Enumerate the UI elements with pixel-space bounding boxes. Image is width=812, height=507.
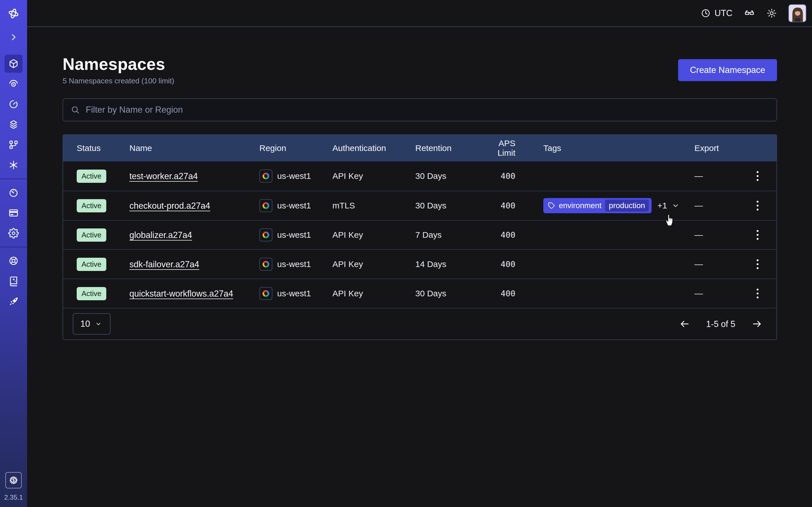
credits-button[interactable]: $ bbox=[5, 472, 22, 489]
timer-icon bbox=[8, 99, 19, 110]
row-menu-button[interactable] bbox=[753, 168, 762, 184]
status-badge: Active bbox=[77, 228, 106, 242]
kebab-icon bbox=[756, 259, 759, 270]
export-value: — bbox=[695, 171, 752, 181]
retention-value: 14 Days bbox=[415, 260, 480, 269]
page-size-select[interactable]: 10 bbox=[73, 313, 110, 335]
eye-spiral-icon bbox=[8, 78, 19, 89]
tag-key: environment bbox=[559, 201, 601, 210]
namespace-link[interactable]: globalizer.a27a4 bbox=[130, 230, 192, 240]
page-title: Namespaces bbox=[63, 55, 174, 74]
sidebar-item-insights[interactable] bbox=[4, 75, 22, 93]
book-sparkle-icon bbox=[8, 276, 19, 286]
rocket-icon bbox=[8, 296, 19, 307]
namespace-link[interactable]: quickstart-workflows.a27a4 bbox=[130, 289, 233, 298]
asterisk-icon bbox=[8, 160, 19, 170]
page-size-value: 10 bbox=[80, 319, 90, 329]
glasses-icon bbox=[744, 8, 755, 19]
namespace-link[interactable]: checkout-prod.a27a4 bbox=[130, 201, 210, 210]
google-cloud-icon bbox=[259, 170, 272, 182]
col-export: Export bbox=[695, 144, 752, 153]
google-cloud-icon bbox=[259, 258, 272, 271]
table-row: Active sdk-failover.a27a4 us-west1 API K… bbox=[63, 249, 776, 279]
pagination-range: 1-5 of 5 bbox=[706, 319, 735, 329]
aps-limit-value: 400 bbox=[501, 289, 515, 298]
status-badge: Active bbox=[77, 258, 106, 271]
cube-icon bbox=[8, 58, 19, 69]
google-cloud-icon bbox=[259, 287, 272, 300]
region-label: us-west1 bbox=[277, 171, 311, 181]
search-icon bbox=[70, 105, 80, 115]
row-menu-button[interactable] bbox=[753, 285, 762, 302]
temporal-logo-icon[interactable] bbox=[0, 0, 27, 27]
google-cloud-icon bbox=[259, 199, 272, 212]
table-row: Active globalizer.a27a4 us-west1 API Key… bbox=[63, 220, 776, 249]
retention-value: 7 Days bbox=[415, 230, 480, 240]
table-row: Active test-worker.a27a4 us-west1 API Ke… bbox=[63, 161, 776, 191]
row-menu-button[interactable] bbox=[753, 256, 762, 273]
table-body: Active test-worker.a27a4 us-west1 API Ke… bbox=[63, 161, 776, 308]
sidebar-item-usage[interactable] bbox=[4, 184, 22, 202]
labs-toggle-button[interactable] bbox=[744, 8, 755, 19]
auth-method: API Key bbox=[333, 171, 415, 181]
sidebar-expand-button[interactable] bbox=[4, 28, 22, 46]
region-label: us-west1 bbox=[277, 289, 311, 298]
col-authentication: Authentication bbox=[333, 144, 415, 153]
timezone-button[interactable]: UTC bbox=[701, 8, 732, 18]
arrow-right-icon bbox=[752, 319, 762, 329]
namespace-count: 5 Namespaces created (100 limit) bbox=[63, 76, 174, 86]
sidebar-item-support[interactable] bbox=[4, 252, 22, 270]
sidebar-item-docs[interactable] bbox=[4, 272, 22, 290]
col-aps-limit: APS Limit bbox=[480, 138, 515, 158]
row-menu-button[interactable] bbox=[753, 226, 762, 243]
status-badge: Active bbox=[77, 199, 106, 212]
filter-input[interactable] bbox=[86, 105, 769, 115]
kebab-icon bbox=[756, 288, 759, 299]
region-label: us-west1 bbox=[277, 201, 311, 210]
create-namespace-button[interactable]: Create Namespace bbox=[678, 59, 777, 81]
retention-value: 30 Days bbox=[415, 201, 480, 210]
branch-icon bbox=[8, 139, 19, 150]
sidebar-item-settings[interactable] bbox=[4, 224, 22, 242]
sidebar-item-nexus[interactable] bbox=[4, 156, 22, 174]
aps-limit-value: 400 bbox=[501, 171, 515, 181]
namespace-link[interactable]: sdk-failover.a27a4 bbox=[130, 260, 199, 269]
export-value: — bbox=[695, 230, 752, 240]
avatar[interactable] bbox=[788, 4, 806, 22]
sidebar-item-billing[interactable] bbox=[4, 204, 22, 222]
aps-limit-value: 400 bbox=[501, 201, 515, 210]
prev-page-button[interactable] bbox=[678, 318, 691, 330]
google-cloud-icon bbox=[259, 228, 272, 241]
aps-limit-value: 400 bbox=[501, 230, 515, 240]
table-row: Active checkout-prod.a27a4 us-west1 mTLS… bbox=[63, 191, 776, 220]
col-tags: Tags bbox=[515, 144, 695, 153]
auth-method: API Key bbox=[333, 230, 415, 240]
retention-value: 30 Days bbox=[415, 289, 480, 298]
topbar: UTC bbox=[27, 0, 812, 27]
auth-method: mTLS bbox=[333, 201, 415, 210]
sidebar: $ 2.35.1 bbox=[0, 0, 27, 507]
sidebar-item-batch-operations[interactable] bbox=[4, 136, 22, 154]
sidebar-item-namespaces[interactable] bbox=[4, 55, 22, 73]
col-name: Name bbox=[130, 144, 259, 153]
row-menu-button[interactable] bbox=[753, 197, 762, 214]
tag-pill[interactable]: environment production bbox=[543, 198, 652, 213]
sidebar-divider bbox=[0, 179, 27, 179]
sidebar-item-deployments[interactable] bbox=[4, 115, 22, 133]
col-status: Status bbox=[77, 144, 130, 153]
sun-icon bbox=[766, 8, 777, 18]
next-page-button[interactable] bbox=[751, 318, 763, 330]
sidebar-item-schedules[interactable] bbox=[4, 95, 22, 113]
filter-box bbox=[63, 98, 777, 121]
user-avatar-image bbox=[789, 5, 806, 22]
theme-toggle-button[interactable] bbox=[766, 8, 777, 18]
col-retention: Retention bbox=[415, 144, 480, 153]
auth-method: API Key bbox=[333, 289, 415, 298]
namespace-link[interactable]: test-worker.a27a4 bbox=[130, 171, 198, 181]
tags-expand-chevron[interactable] bbox=[671, 202, 680, 210]
app-version: 2.35.1 bbox=[4, 494, 23, 501]
export-value: — bbox=[695, 201, 752, 210]
sidebar-item-getting-started[interactable] bbox=[4, 292, 22, 311]
region-label: us-west1 bbox=[277, 260, 311, 269]
chevron-down-icon bbox=[95, 320, 102, 328]
